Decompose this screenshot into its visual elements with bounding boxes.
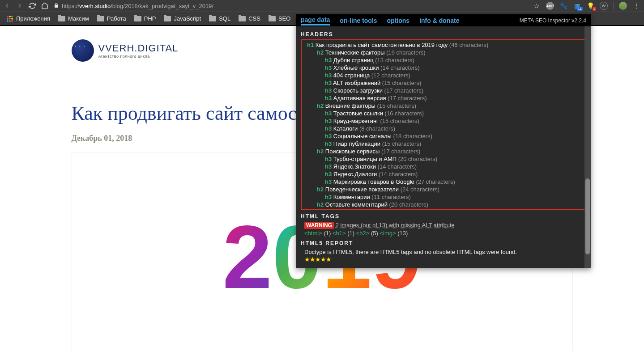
tag-count: (1): [324, 230, 331, 237]
scrollbar-thumb[interactable]: [585, 178, 590, 254]
header-count: (15 characters): [377, 102, 416, 109]
header-count: (14 characters): [379, 171, 418, 178]
address-bar[interactable]: https://vverh.studio/blog/2018/kak_prodv…: [54, 2, 527, 10]
header-count: (20 characters): [389, 201, 428, 208]
bookmark-folder[interactable]: CSS: [236, 14, 263, 23]
folder-icon: [134, 16, 141, 21]
tag-count: (5): [371, 230, 378, 237]
logo-sub: Агентство полного цикла: [98, 54, 179, 59]
header-row: h2 Внешние факторы (15 characters): [303, 102, 584, 110]
header-text: Крауд-маркетинг: [333, 118, 379, 124]
report-stars: ★★★★★: [301, 256, 586, 263]
header-count: (14 characters): [380, 64, 419, 71]
bookmark-label: CSS: [248, 15, 260, 22]
warning-text[interactable]: 2 images (out of 13) with missing ALT at…: [336, 222, 455, 228]
header-count: (14 characters): [378, 163, 417, 170]
folder-icon: [97, 16, 104, 21]
header-count: (12 characters): [371, 72, 410, 79]
profile-icon[interactable]: [619, 2, 627, 10]
tab-page-data[interactable]: page data: [301, 16, 330, 25]
header-tag: h3: [325, 72, 332, 79]
header-tag: h3: [325, 95, 332, 101]
header-count: (20 characters): [398, 156, 437, 162]
bookmark-folder[interactable]: Работа: [94, 14, 129, 23]
header-text: Адаптивная версия: [333, 95, 386, 101]
folder-icon: [58, 16, 65, 21]
tab-online-tools[interactable]: on-line tools: [340, 17, 377, 24]
logo-main: VVERH.DIGITAL: [98, 42, 179, 54]
header-count: (16 characters): [385, 110, 424, 117]
section-headers: HEADERS: [301, 31, 586, 38]
bookmark-folder[interactable]: SQL: [206, 14, 233, 23]
header-count: (17 characters): [381, 148, 420, 155]
header-text: Социальные сигналы: [333, 133, 392, 140]
header-row: h3 404 страница (12 characters): [303, 72, 584, 79]
header-row: h2 Поисковые сервисы (17 characters): [303, 148, 584, 155]
header-tag: h2: [317, 201, 324, 208]
folder-icon: [239, 16, 246, 21]
folder-icon: [269, 16, 276, 21]
bookmark-label: Работа: [107, 15, 126, 22]
header-tag: h2: [317, 49, 324, 56]
header-count: (17 characters): [384, 87, 423, 94]
tab-options[interactable]: options: [387, 17, 410, 24]
site-logo[interactable]: VVERH.DIGITAL Агентство полного цикла: [72, 39, 179, 62]
header-text: Яндекс.Знатоки: [333, 163, 376, 170]
tab-info-donate[interactable]: info & donate: [419, 17, 459, 24]
header-row: h3 Дубли страниц (13 characters): [303, 56, 584, 64]
header-row: h3 Турбо-страницы и АМП (20 characters): [303, 155, 584, 163]
menu-icon[interactable]: ⋮: [632, 2, 640, 10]
header-count: (13 characters): [375, 57, 414, 63]
section-html5-report: HTML5 REPORT: [301, 240, 586, 247]
header-tag: h3: [325, 156, 332, 162]
header-row: h3 Яндекс.Знатоки (14 characters): [303, 163, 584, 170]
tag-name: <h2>: [356, 230, 370, 237]
header-text: Технические факторы: [325, 49, 385, 56]
header-row: h3 Пиар публикации (15 characters): [303, 140, 584, 148]
header-row: h3 Хлебные крошки (14 characters): [303, 64, 584, 72]
ext2-icon[interactable]: 💡1: [586, 2, 594, 10]
folder-icon: [164, 16, 171, 21]
star-icon[interactable]: ☆: [533, 2, 541, 10]
header-tag: h3: [325, 171, 332, 178]
header-text: Маркировка товаров в Google: [333, 178, 414, 185]
header-text: Скорость загрузки: [333, 87, 383, 94]
forward-button[interactable]: [16, 2, 23, 9]
header-tag: h3: [325, 140, 332, 147]
header-row: h3 Маркировка товаров в Google (27 chara…: [303, 178, 584, 186]
header-text: Пиар публикации: [333, 140, 380, 147]
abp-icon[interactable]: ABP: [546, 2, 554, 10]
header-tag: h3: [325, 194, 332, 200]
header-text: Поведенческие показатели: [325, 186, 399, 193]
header-tag: h3: [325, 80, 332, 86]
bookmark-folder[interactable]: Максим: [55, 14, 92, 23]
header-tag: h2: [317, 148, 324, 155]
header-row: h2 Технические факторы (19 characters): [303, 49, 584, 56]
header-text: Внешние факторы: [325, 102, 375, 109]
header-count: (15 characters): [382, 80, 421, 86]
apps-button[interactable]: Приложения: [4, 14, 53, 24]
header-count: (27 characters): [416, 178, 455, 185]
home-button[interactable]: [41, 2, 48, 9]
bookmark-folder[interactable]: JavaScript: [161, 14, 204, 23]
bookmark-folder[interactable]: PHP: [132, 14, 159, 23]
warning-row: WARNING 2 images (out of 13) with missin…: [301, 221, 586, 229]
logo-icon: [72, 39, 94, 62]
report-text: Doctype is HTML5, there are HTML5 tags a…: [301, 248, 586, 256]
header-tag: h3: [325, 178, 332, 185]
tag-name: <h1>: [333, 230, 346, 237]
warning-badge: WARNING: [304, 222, 334, 229]
header-text: Яндекс.Диалоги: [333, 171, 377, 178]
ext3-icon[interactable]: W: [600, 2, 608, 10]
header-text: Турбо-страницы и АМП: [333, 156, 397, 162]
ext-scrollbar[interactable]: [584, 26, 591, 268]
paw-icon[interactable]: 🐾: [559, 2, 567, 10]
header-text: Как продвигать сайт самостоятельно в 201…: [316, 42, 448, 48]
tag-count: (13): [397, 230, 408, 237]
reload-button[interactable]: [29, 2, 36, 9]
apps-label: Приложения: [16, 15, 50, 22]
header-tag: h3: [325, 57, 332, 63]
ext1-icon[interactable]: ▦11: [573, 2, 581, 10]
bookmark-folder[interactable]: SEO: [266, 14, 293, 23]
back-button[interactable]: [4, 2, 11, 9]
